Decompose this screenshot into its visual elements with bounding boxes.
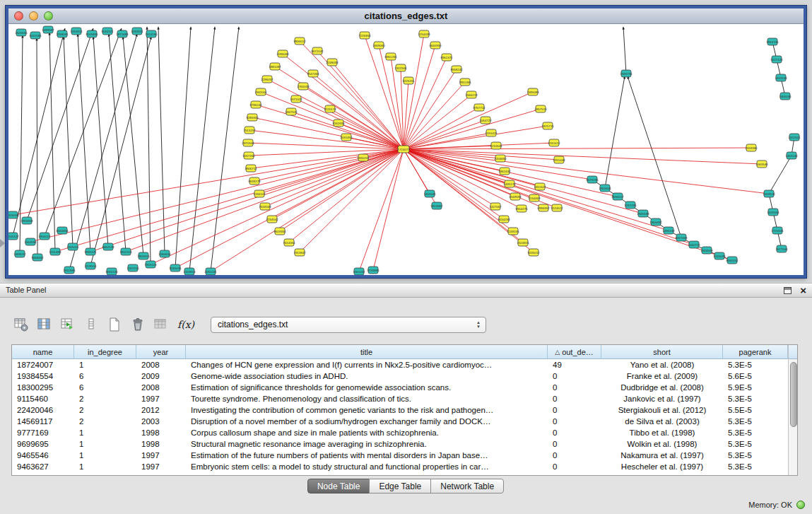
column-header-in_degree[interactable]: in_degree — [74, 345, 136, 359]
graph-edge[interactable] — [404, 143, 554, 149]
window-titlebar[interactable]: citations_edges.txt — [8, 8, 804, 24]
visible-columns-button[interactable] — [35, 315, 54, 334]
graph-edge[interactable] — [126, 149, 404, 252]
graph-edge[interactable] — [769, 156, 792, 194]
new-table-button[interactable] — [105, 315, 124, 334]
function-builder-button[interactable]: f(x) — [175, 315, 197, 334]
graph-node-label: 7226854 — [358, 34, 371, 37]
graph-edge[interactable] — [303, 86, 404, 149]
graph-edge[interactable] — [628, 76, 681, 238]
graph-edge[interactable] — [404, 149, 762, 164]
graph-edge[interactable] — [175, 149, 404, 268]
tab-network-table[interactable]: Network Table — [430, 479, 504, 493]
table-row[interactable]: 969969511998Structural magnetic resonanc… — [12, 438, 788, 450]
graph-edge[interactable] — [280, 149, 404, 231]
tab-node-table[interactable]: Node Table — [307, 479, 370, 493]
graph-edge[interactable] — [211, 27, 239, 271]
scrollbar-thumb[interactable] — [790, 362, 797, 427]
tab-edge-table[interactable]: Edge Table — [369, 479, 431, 493]
column-header-pagerank[interactable]: pagerank — [723, 345, 788, 359]
table-selector-dropdown[interactable]: citations_edges.txt ▴▾ — [211, 317, 486, 333]
float-panel-icon[interactable] — [784, 287, 792, 294]
row-tools-button[interactable] — [81, 315, 101, 334]
graph-edge[interactable] — [64, 37, 73, 247]
graph-edge[interactable] — [30, 149, 404, 242]
graph-edge[interactable] — [189, 27, 215, 271]
cell-name: 9465546 — [12, 450, 74, 461]
graph-edge[interactable] — [13, 149, 404, 215]
graph-edge[interactable] — [605, 76, 625, 188]
trash-icon — [129, 316, 146, 333]
graph-edge[interactable] — [55, 149, 404, 252]
graph-edge[interactable] — [404, 149, 769, 194]
import-table-button[interactable] — [151, 315, 171, 334]
table-row[interactable]: 1456911722003Disruption of a novel membe… — [12, 416, 788, 427]
table-row[interactable]: 2242004622012Investigating the contribut… — [12, 404, 788, 416]
column-header-year[interactable]: year — [136, 345, 186, 359]
graph-edge[interactable] — [37, 38, 37, 257]
graph-edge[interactable] — [175, 27, 191, 268]
network-graph[interactable]: 2620650503158514895872258061131681481058… — [8, 24, 804, 275]
new-column-button[interactable] — [58, 315, 78, 334]
graph-edge[interactable] — [404, 92, 533, 149]
graph-node-label: 8757714 — [473, 106, 486, 110]
column-header-short[interactable]: short — [601, 345, 723, 359]
network-canvas[interactable]: 2620650503158514895872258061131681481058… — [8, 24, 804, 275]
graph-edge[interactable] — [151, 149, 404, 264]
graph-edge[interactable] — [404, 82, 465, 149]
hidden-panel-handle[interactable] — [0, 239, 5, 247]
graph-node-label: 8162655 — [332, 122, 345, 125]
graph-edge[interactable] — [69, 34, 137, 270]
graph-edge[interactable] — [373, 149, 404, 270]
graph-edge[interactable] — [90, 37, 151, 266]
graph-edge[interactable] — [404, 149, 495, 206]
graph-edge[interactable] — [404, 133, 491, 149]
graph-edge[interactable] — [404, 120, 486, 149]
row-tools-icon — [83, 316, 100, 333]
graph-edge[interactable] — [404, 148, 751, 149]
cell-short: Tibbo et al. (1998) — [601, 427, 723, 438]
table-settings-button[interactable] — [11, 315, 31, 334]
column-header-title[interactable]: title — [186, 345, 548, 359]
graph-edge[interactable] — [404, 57, 447, 149]
graph-edge[interactable] — [404, 95, 471, 149]
table-tabs: Node TableEdge TableNetwork Table — [0, 479, 812, 493]
table-scrollbar[interactable] — [788, 345, 797, 475]
graph-edge[interactable] — [404, 81, 408, 149]
column-header-name[interactable]: name — [12, 345, 74, 359]
table-row[interactable]: 1938455462009Genome-wide association stu… — [12, 370, 788, 382]
table-row[interactable]: 1872400712008Changes of HCN gene express… — [12, 359, 788, 370]
graph-edge[interactable] — [123, 37, 143, 256]
graph-node-label: 8317468 — [675, 236, 688, 240]
graph-edge[interactable] — [404, 149, 694, 245]
table-row[interactable]: 946554611997Estimation of the future num… — [12, 450, 788, 461]
graph-edge[interactable] — [211, 149, 404, 271]
graph-edge[interactable] — [291, 112, 404, 149]
graph-edge[interactable] — [45, 28, 122, 236]
graph-edge[interactable] — [404, 109, 541, 149]
graph-edge[interactable] — [404, 149, 534, 252]
graph-node-label: 9547463 — [307, 72, 319, 76]
graph-node-label: 1364492 — [649, 221, 662, 224]
table-row[interactable]: 1830029562008Estimation of significance … — [12, 382, 788, 393]
graph-edge[interactable] — [248, 143, 404, 149]
table-row[interactable]: 977716911998Corpus callosum shape and si… — [12, 427, 788, 438]
table-row[interactable]: 911546021997Tourette syndrome. Phenomeno… — [12, 393, 788, 404]
graph-node-label: 1559518 — [763, 192, 775, 196]
graph-edge[interactable] — [147, 27, 151, 264]
graph-edge[interactable] — [330, 109, 404, 149]
column-header-out_degree[interactable]: △out_de… — [548, 345, 601, 359]
table-row[interactable]: 946362711997Embryonic stem cells: a mode… — [12, 461, 788, 472]
graph-node-label: 2945599 — [637, 212, 649, 216]
close-panel-icon[interactable]: × — [800, 285, 806, 296]
cell-in_degree: 2 — [74, 416, 136, 427]
graph-node-label: 9558242 — [450, 68, 463, 71]
graph-edge[interactable] — [259, 149, 404, 194]
memory-status-label: Memory: OK — [748, 501, 792, 509]
graph-edge[interactable] — [623, 27, 626, 74]
cell-title: Corpus callosum shape and size in male p… — [186, 427, 548, 438]
new-table-icon — [106, 316, 123, 333]
delete-table-button[interactable] — [128, 315, 148, 334]
graph-node-label: 1564594 — [24, 240, 37, 244]
graph-edge[interactable] — [404, 149, 732, 260]
